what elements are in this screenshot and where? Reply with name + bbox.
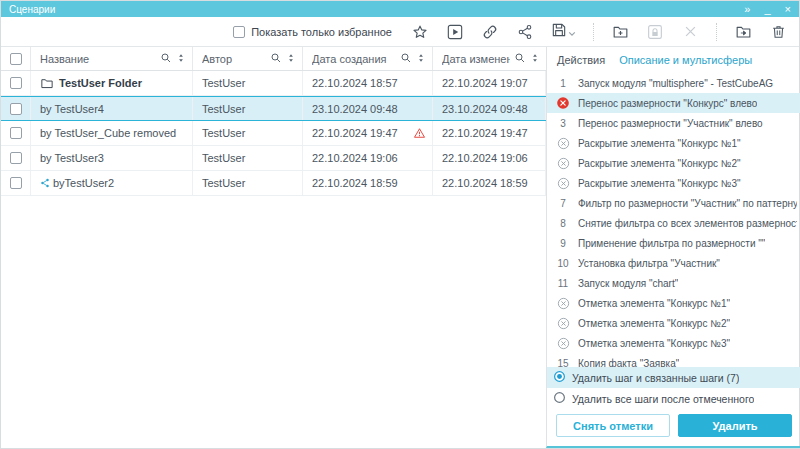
step-label: Отметка элемента "Конкурс №2" — [578, 318, 730, 329]
search-icon[interactable] — [400, 52, 412, 66]
panel-buttons: Снять отметки Удалить — [547, 409, 800, 446]
step-row[interactable]: 1Запуск модуля "multisphere" - TestCubeA… — [547, 73, 800, 93]
row-checkbox[interactable] — [10, 177, 22, 189]
row-modified: 22.10.2024 19:07 — [433, 71, 546, 95]
actions-panel: Действия Описание и мультисферы 1Запуск … — [546, 47, 800, 448]
excluded-step-icon — [553, 157, 573, 170]
step-label: Перенос размерности "Участник" влево — [578, 118, 763, 129]
column-author[interactable]: Автор — [193, 47, 303, 70]
delete-button[interactable] — [769, 23, 787, 41]
run-button[interactable] — [446, 23, 464, 41]
clear-marks-button[interactable]: Снять отметки — [556, 414, 670, 437]
minimize-button[interactable]: _ — [764, 2, 770, 16]
search-icon[interactable] — [270, 52, 282, 66]
row-created: 22.10.2024 19:06 — [312, 152, 398, 164]
step-row[interactable]: Отметка элемента "Конкурс №1" — [547, 293, 800, 313]
warning-icon — [413, 127, 426, 139]
option-delete-linked[interactable]: Удалить шаг и связанные шаги (7) — [547, 367, 800, 388]
step-label: Снятие фильтра со всех элементов размерн… — [578, 218, 797, 229]
create-folder-button[interactable] — [611, 23, 629, 41]
radio-off-icon[interactable] — [553, 390, 566, 408]
step-number: 15 — [553, 358, 573, 368]
tab-description-multispheres[interactable]: Описание и мультисферы — [619, 54, 752, 66]
table-row[interactable]: by TestUser_Cube removed TestUser 22.10.… — [1, 121, 546, 146]
step-label: Фильтр по размерности "Участник" по патт… — [578, 198, 797, 209]
step-label: Перенос размерности "Конкурс" влево — [578, 98, 757, 109]
row-created: 22.10.2024 18:57 — [312, 77, 398, 89]
sort-icon[interactable] — [176, 52, 186, 66]
table-row[interactable]: byTestUser2 TestUser 22.10.2024 18:59 22… — [1, 171, 546, 196]
close-button[interactable]: × — [785, 2, 791, 16]
expand-button[interactable]: » — [744, 2, 750, 16]
step-label: Применение фильтра по размерности "" — [578, 238, 765, 249]
folder-plus-icon — [612, 24, 629, 40]
search-icon[interactable] — [514, 52, 526, 66]
step-row[interactable]: Отметка элемента "Конкурс №3" — [547, 333, 800, 353]
step-number: 10 — [553, 258, 573, 269]
column-created[interactable]: Дата создания — [303, 47, 433, 70]
row-author: TestUser — [193, 97, 303, 120]
row-checkbox[interactable] — [10, 152, 22, 164]
step-label: Установка фильтра "Участник" — [578, 258, 720, 269]
select-all-checkbox[interactable] — [10, 53, 22, 65]
step-row[interactable]: Раскрытие элемента "Конкурс №1" — [547, 133, 800, 153]
table-row[interactable]: by TestUser3 TestUser 22.10.2024 19:06 2… — [1, 146, 546, 171]
radio-on-icon[interactable] — [553, 369, 566, 387]
save-button[interactable] — [551, 22, 576, 42]
delete-options: Удалить шаг и связанные шаги (7) Удалить… — [547, 367, 800, 409]
step-row[interactable]: Перенос размерности "Конкурс" влево — [547, 93, 800, 113]
step-row[interactable]: 15Копия факта "Заявка" — [547, 353, 800, 367]
step-row[interactable]: Раскрытие элемента "Конкурс №3" — [547, 173, 800, 193]
favorites-filter[interactable]: Показать только избранное — [233, 26, 392, 38]
step-label: Раскрытие элемента "Конкурс №3" — [578, 178, 741, 189]
window-title: Сценарии — [9, 4, 55, 15]
step-label: Копия факта "Заявка" — [578, 358, 679, 368]
row-author: TestUser — [193, 146, 303, 170]
toolbar: Показать только избранное — [1, 17, 799, 47]
step-row[interactable]: 3Перенос размерности "Участник" влево — [547, 113, 800, 133]
sort-icon[interactable] — [286, 52, 296, 66]
step-row[interactable]: 9Применение фильтра по размерности "" — [547, 233, 800, 253]
search-icon[interactable] — [160, 52, 172, 66]
save-icon — [551, 22, 567, 42]
step-label: Запуск модуля "multisphere" - TestCubeAG — [578, 78, 773, 89]
row-checkbox[interactable] — [10, 103, 22, 115]
folder-icon — [40, 77, 54, 90]
app-window: Сценарии » _ × Показать только избранное — [0, 0, 800, 449]
link-icon — [482, 24, 498, 40]
row-checkbox[interactable] — [10, 77, 22, 89]
share-button[interactable] — [516, 23, 534, 41]
share-icon — [517, 24, 533, 40]
sort-icon[interactable] — [416, 52, 426, 66]
row-name: by TestUser4 — [40, 103, 104, 115]
link-button[interactable] — [481, 23, 499, 41]
step-row[interactable]: 8Снятие фильтра со всех элементов размер… — [547, 213, 800, 233]
option-delete-after[interactable]: Удалить все шаги после отмеченного — [547, 388, 800, 409]
panel-tabs: Действия Описание и мультисферы — [547, 47, 800, 73]
delete-steps-button[interactable]: Удалить — [678, 414, 792, 437]
steps-list: 1Запуск модуля "multisphere" - TestCubeA… — [547, 73, 800, 367]
step-label: Отметка элемента "Конкурс №3" — [578, 338, 730, 349]
export-button[interactable] — [734, 23, 752, 41]
row-author: TestUser — [193, 71, 303, 95]
tab-actions[interactable]: Действия — [557, 54, 605, 66]
excluded-step-icon — [553, 297, 573, 310]
favorites-checkbox[interactable] — [233, 26, 245, 38]
row-checkbox[interactable] — [10, 127, 22, 139]
shared-icon — [40, 178, 50, 188]
step-row[interactable]: Раскрытие элемента "Конкурс №2" — [547, 153, 800, 173]
row-modified: 23.10.2024 09:48 — [433, 97, 546, 120]
step-row[interactable]: 7Фильтр по размерности "Участник" по пат… — [547, 193, 800, 213]
favorites-button[interactable] — [411, 23, 429, 41]
step-row[interactable]: 10Установка фильтра "Участник" — [547, 253, 800, 273]
step-row[interactable]: 11Запуск модуля "chart" — [547, 273, 800, 293]
step-label: Раскрытие элемента "Конкурс №1" — [578, 138, 741, 149]
column-name[interactable]: Название — [31, 47, 193, 70]
scenarios-table: Название Автор Дата создания Дата измене… — [1, 47, 546, 448]
favorites-label: Показать только избранное — [251, 26, 392, 38]
table-row[interactable]: by TestUser4 TestUser 23.10.2024 09:48 2… — [1, 96, 546, 121]
column-modified[interactable]: Дата изменения — [433, 47, 546, 70]
sort-icon[interactable] — [530, 52, 540, 66]
table-row[interactable]: TestUser Folder TestUser 22.10.2024 18:5… — [1, 71, 546, 96]
step-row[interactable]: Отметка элемента "Конкурс №2" — [547, 313, 800, 333]
